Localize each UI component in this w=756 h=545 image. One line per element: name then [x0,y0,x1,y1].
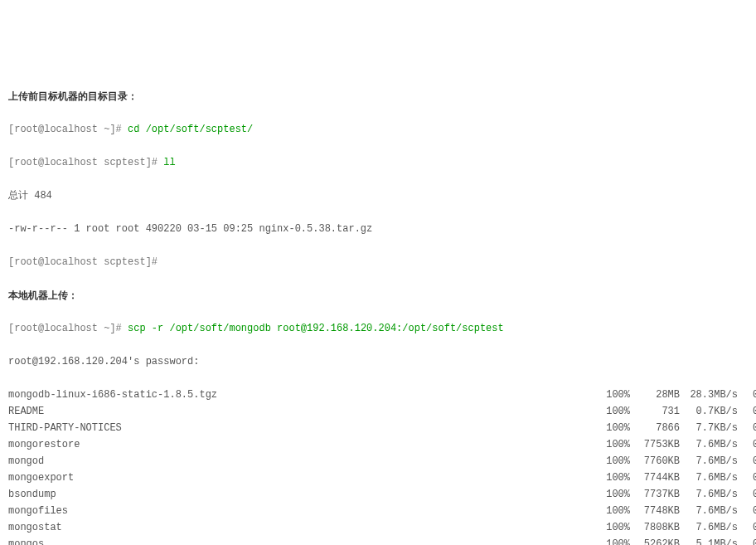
transfer-row: README100%7310.7KB/s00:00 [8,403,748,420]
transfer-row: THIRD-PARTY-NOTICES100%78667.7KB/s00:00 [8,420,748,436]
transfer-filename: mongod [8,453,597,470]
transfer-rate: 0.7KB/s [680,403,741,420]
transfer-rate: 7.7KB/s [680,420,741,436]
transfer-percent: 100% [597,453,630,470]
command-ll: ll [163,157,175,168]
transfer-filename: mongorestore [8,436,597,453]
transfer-percent: 100% [597,403,630,420]
transfer-size: 7866 [630,420,680,436]
transfer-percent: 100% [597,519,630,536]
transfer-list: mongodb-linux-i686-static-1.8.5.tgz100%2… [8,387,748,545]
transfer-filename: mongos [8,536,597,545]
transfer-size: 7744KB [630,470,680,486]
transfer-filename: mongostat [8,519,597,536]
terminal-output: 上传前目标机器的目标目录： [root@localhost ~]# cd /op… [8,71,748,545]
cmd-line-ll-1: [root@localhost scptest]# ll [8,154,748,171]
transfer-percent: 100% [597,436,630,453]
transfer-rate: 28.3MB/s [680,387,741,403]
transfer-size: 731 [630,403,680,420]
transfer-eta: 00:00 [741,486,756,503]
transfer-eta: 00:00 [741,470,756,486]
heading-before: 上传前目标机器的目标目录： [8,88,748,105]
prompt: [root@localhost scptest]# [8,157,163,168]
transfer-eta: 00:00 [741,403,756,420]
transfer-filename: mongoexport [8,470,597,486]
transfer-filename: README [8,403,597,420]
transfer-filename: bsondump [8,486,597,503]
prompt: [root@localhost ~]# [8,124,128,135]
command-cd: cd /opt/soft/scptest/ [128,124,253,135]
transfer-size: 7760KB [630,453,680,470]
transfer-size: 7753KB [630,436,680,453]
transfer-filename: mongofiles [8,503,597,519]
transfer-filename: mongodb-linux-i686-static-1.8.5.tgz [8,387,597,403]
transfer-rate: 7.6MB/s [680,436,741,453]
transfer-rate: 7.6MB/s [680,453,741,470]
prompt: [root@localhost ~]# [8,323,128,334]
transfer-rate: 7.6MB/s [680,470,741,486]
transfer-row: mongorestore100%7753KB7.6MB/s00:00 [8,436,748,453]
transfer-percent: 100% [597,486,630,503]
transfer-size: 28MB [630,387,680,403]
transfer-row: mongodb-linux-i686-static-1.8.5.tgz100%2… [8,387,748,403]
transfer-percent: 100% [597,420,630,436]
ls-line: -rw-r--r-- 1 root root 490220 03-15 09:2… [8,221,748,237]
transfer-size: 7748KB [630,503,680,519]
transfer-size: 7737KB [630,486,680,503]
transfer-eta: 00:01 [741,387,756,403]
transfer-eta: 00:00 [741,536,756,545]
transfer-row: mongod100%7760KB7.6MB/s00:01 [8,453,748,470]
transfer-percent: 100% [597,503,630,519]
transfer-row: mongos100%5262KB5.1MB/s00:00 [8,536,748,545]
transfer-size: 5262KB [630,536,680,545]
transfer-eta: 00:00 [741,436,756,453]
ls-total-before: 总计 484 [8,187,748,204]
cmd-line-cd: [root@localhost ~]# cd /opt/soft/scptest… [8,121,748,138]
transfer-size: 7808KB [630,519,680,536]
transfer-eta: 00:00 [741,503,756,519]
transfer-eta: 00:01 [741,519,756,536]
transfer-rate: 5.1MB/s [680,536,741,545]
transfer-percent: 100% [597,536,630,545]
transfer-row: bsondump100%7737KB7.6MB/s00:00 [8,486,748,503]
password-prompt: root@192.168.120.204's password: [8,353,748,370]
transfer-filename: THIRD-PARTY-NOTICES [8,420,597,436]
transfer-rate: 7.6MB/s [680,503,741,519]
transfer-percent: 100% [597,470,630,486]
transfer-rate: 7.6MB/s [680,486,741,503]
transfer-percent: 100% [597,387,630,403]
transfer-eta: 00:01 [741,453,756,470]
transfer-eta: 00:00 [741,420,756,436]
transfer-row: mongostat100%7808KB7.6MB/s00:01 [8,519,748,536]
prompt-empty: [root@localhost scptest]# [8,254,748,270]
transfer-row: mongofiles100%7748KB7.6MB/s00:00 [8,503,748,519]
command-scp: scp -r /opt/soft/mongodb root@192.168.12… [128,323,504,334]
prompt: [root@localhost scptest]# [8,256,163,268]
heading-local: 本地机器上传： [8,287,748,304]
cmd-line-scp: [root@localhost ~]# scp -r /opt/soft/mon… [8,320,748,337]
transfer-rate: 7.6MB/s [680,519,741,536]
transfer-row: mongoexport100%7744KB7.6MB/s00:00 [8,470,748,486]
